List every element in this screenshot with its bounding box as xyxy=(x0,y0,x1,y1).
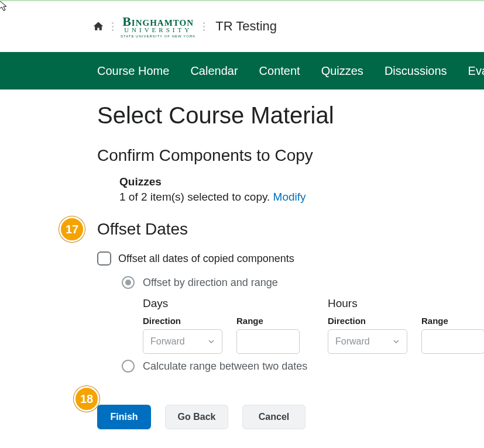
finish-button[interactable]: Finish xyxy=(97,405,151,429)
chevron-down-icon xyxy=(208,338,215,345)
radio-calculate-range[interactable] xyxy=(122,360,135,373)
offset-options: Offset by direction and range Days Direc… xyxy=(97,276,484,373)
logo-line2: UNIVERSITY xyxy=(124,27,192,33)
separator-dots-icon xyxy=(111,22,114,31)
days-direction-value: Forward xyxy=(150,336,185,347)
top-bar: Binghamton UNIVERSITY State University o… xyxy=(0,1,484,52)
nav-course-home[interactable]: Course Home xyxy=(97,64,169,78)
hours-label: Hours xyxy=(328,297,484,310)
offset-all-checkbox[interactable] xyxy=(97,251,111,266)
hours-range-label: Range xyxy=(421,316,484,326)
nav-evaluation[interactable]: Evaluation xyxy=(468,64,484,78)
logo-line3: State University of New York xyxy=(121,35,195,38)
offset-units: Days Direction Forward Range xyxy=(122,297,484,354)
hours-direction-label: Direction xyxy=(328,316,407,326)
hours-column: Hours Direction Forward Range xyxy=(328,297,484,354)
mouse-cursor xyxy=(0,0,9,13)
annotation-17: 17 xyxy=(59,216,85,242)
offset-all-label: Offset all dates of copied components xyxy=(118,253,294,265)
radio-calculate-range-label: Calculate range between two dates xyxy=(143,360,307,373)
home-icon[interactable] xyxy=(92,20,104,32)
days-direction-select[interactable]: Forward xyxy=(143,329,222,354)
offset-heading: Offset Dates xyxy=(97,220,484,239)
hours-range-input[interactable] xyxy=(421,329,484,354)
hours-direction-select[interactable]: Forward xyxy=(328,329,407,354)
nav-quizzes[interactable]: Quizzes xyxy=(321,64,363,78)
nav-discussions[interactable]: Discussions xyxy=(385,64,447,78)
component-selection-text: 1 of 2 item(s) selected to copy. xyxy=(119,191,273,203)
days-direction-label: Direction xyxy=(143,316,222,326)
nav-calendar[interactable]: Calendar xyxy=(190,64,238,78)
cancel-button[interactable]: Cancel xyxy=(242,405,305,429)
chevron-down-icon xyxy=(393,338,400,345)
component-line: 1 of 2 item(s) selected to copy. Modify xyxy=(119,191,484,204)
days-range-input[interactable] xyxy=(236,329,300,354)
radio-calculate-row: Calculate range between two dates xyxy=(122,360,484,373)
footer-buttons: Finish Go Back Cancel xyxy=(0,405,305,429)
offset-checkbox-row: Offset all dates of copied components xyxy=(97,251,484,266)
course-navbar: Course Home Calendar Content Quizzes Dis… xyxy=(0,52,484,89)
university-logo[interactable]: Binghamton UNIVERSITY State University o… xyxy=(121,15,195,38)
radio-direction-range[interactable] xyxy=(122,276,135,289)
component-name: Quizzes xyxy=(119,175,484,188)
components-summary: Quizzes 1 of 2 item(s) selected to copy.… xyxy=(97,175,484,204)
nav-content[interactable]: Content xyxy=(259,64,300,78)
separator-dots-icon xyxy=(202,22,205,31)
radio-direction-range-label: Offset by direction and range xyxy=(143,277,278,289)
hours-direction-value: Forward xyxy=(335,336,370,347)
confirm-heading: Confirm Components to Copy xyxy=(97,146,484,165)
modify-link[interactable]: Modify xyxy=(273,191,306,203)
go-back-button[interactable]: Go Back xyxy=(165,405,228,429)
page-title: Select Course Material xyxy=(97,102,484,129)
annotation-18: 18 xyxy=(74,386,99,412)
days-range-label: Range xyxy=(236,316,300,326)
radio-direction-range-row: Offset by direction and range xyxy=(122,276,484,289)
course-name[interactable]: TR Testing xyxy=(215,19,277,34)
days-column: Days Direction Forward Range xyxy=(143,297,300,354)
days-label: Days xyxy=(143,297,300,310)
